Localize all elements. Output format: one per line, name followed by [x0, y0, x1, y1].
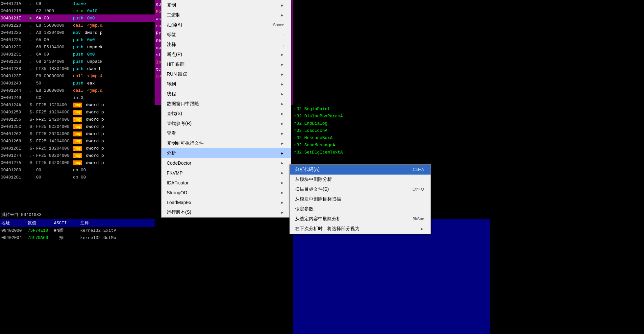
- menu-item-hit-trace[interactable]: HIT 跟踪 ►: [161, 60, 291, 69]
- chevron-icon: ►: [281, 161, 284, 165]
- chevron-icon: ►: [281, 82, 284, 86]
- chevron-icon: ►: [281, 102, 284, 106]
- menu-item-assemble[interactable]: 汇编(A) Space: [161, 20, 291, 30]
- submenu-item-analyze-code[interactable]: 分析代码(A) Ctrl+A: [290, 165, 431, 175]
- disasm-panel: 0040121A . C9 leave 0040121B . C2 1000 r…: [0, 0, 155, 217]
- submenu-item-remove-module-target[interactable]: 从模块中删除目标扫描: [290, 194, 431, 204]
- disasm-row[interactable]: 0040122C . 68 F5104000 push unpack: [0, 43, 155, 51]
- chevron-icon: ►: [281, 112, 284, 116]
- disasm-row[interactable]: 00401231 . 6A 00 push 0x0: [0, 51, 155, 58]
- disasm-row[interactable]: 0040126E $- FF25 18204000 jmp dword p: [0, 145, 155, 152]
- disasm-row[interactable]: 00401262 $- FF25 20204000 jmp dword p: [0, 130, 155, 137]
- disasm-row[interactable]: 0040125C $- FF25 0C204000 jmp dword p: [0, 123, 155, 130]
- jump-status-bar: 跳转来自 00401083: [0, 210, 155, 219]
- chevron-icon: ►: [281, 62, 284, 66]
- mem-panel: 地址 数值 ASCII 注释 00402000 75F74E10 ■N鬸 ker…: [0, 219, 155, 334]
- chevron-icon: ►: [281, 151, 284, 155]
- mem-row[interactable]: 00402000 75F74E10 ■N鬸 kernel32.ExitP: [0, 227, 155, 234]
- menu-item-copy[interactable]: 复制 ►: [161, 0, 291, 10]
- menu-item-analyze[interactable]: 分析 ►: [161, 148, 291, 158]
- disasm-row[interactable]: 0040127A $- FF25 04204000 jmp dword p: [0, 159, 155, 166]
- menu-item-thread[interactable]: 线程 ►: [161, 89, 291, 99]
- disasm-row[interactable]: 0040121A . C9 leave: [0, 0, 155, 7]
- disasm-row[interactable]: 00401233 . 68 24304000 push unpack: [0, 58, 155, 65]
- chevron-icon: ►: [281, 13, 284, 17]
- chevron-icon: ►: [281, 201, 284, 204]
- submenu-item-scan-target[interactable]: 扫描目标文件(S) Ctrl+O: [290, 184, 431, 194]
- menu-item-strongod[interactable]: StrongOD ►: [161, 188, 291, 198]
- chevron-icon: ►: [281, 210, 284, 214]
- menu-item-loadmapex[interactable]: LoadMapEx ►: [161, 198, 291, 207]
- chevron-icon: ►: [281, 53, 284, 57]
- chevron-icon: ►: [420, 227, 424, 231]
- submenu-item-assume-params[interactable]: 假定参数: [290, 204, 431, 214]
- disasm-row[interactable]: 00401256 $- FF25 24204000 jmp dword p: [0, 116, 155, 123]
- disasm-row[interactable]: 0040122A . 6A 00 push 0x0: [0, 36, 155, 43]
- menu-item-view[interactable]: 查看 ►: [161, 129, 291, 138]
- chevron-icon: ►: [281, 181, 284, 185]
- jump-from-label: 跳转来自 00401083: [1, 212, 41, 218]
- disasm-row[interactable]: 00401225 . A3 18304000 mov dword p: [0, 29, 155, 36]
- context-menu: 复制 ► 二进制 ► 汇编(A) Space 标签 : 注释 ; 断点(P) ►…: [161, 0, 291, 218]
- submenu-item-treat-selection[interactable]: 在下次分析时，将选择部分视为 ►: [290, 224, 431, 234]
- disasm-row[interactable]: 0040124A $- FF25 1C20400 jmp dword p: [0, 101, 155, 108]
- menu-item-datawindow[interactable]: 数据窗口中跟随 ►: [161, 99, 291, 109]
- submenu-item-remove-module-analysis[interactable]: 从模块中删除分析: [290, 175, 431, 184]
- analyze-submenu: 分析代码(A) Ctrl+A 从模块中删除分析 扫描目标文件(S) Ctrl+O…: [289, 164, 431, 234]
- disasm-row[interactable]: 00401250 $- FF25 10204000 jmp dword p: [0, 108, 155, 116]
- menu-item-binary[interactable]: 二进制 ►: [161, 10, 291, 20]
- chevron-icon: ►: [281, 141, 284, 145]
- disasm-row[interactable]: 00401274 .- FF25 00204000 jmp dword p: [0, 152, 155, 159]
- disasm-row[interactable]: 00401238 . FF35 18304000 push dword: [0, 65, 155, 72]
- chevron-icon: ►: [281, 92, 284, 96]
- chevron-icon: ►: [281, 3, 284, 7]
- chevron-icon: ►: [281, 122, 284, 126]
- menu-item-fkvmp[interactable]: FKVMP ►: [161, 168, 291, 178]
- menu-item-comment[interactable]: 注释 ;: [161, 40, 291, 50]
- disasm-row[interactable]: 00401243 . 50 push eax: [0, 80, 155, 87]
- chevron-icon: ►: [281, 72, 284, 76]
- menu-item-search[interactable]: 查找(S) ►: [161, 109, 291, 119]
- menu-item-searchref[interactable]: 查找参考(R) ►: [161, 119, 291, 129]
- menu-item-breakpoint[interactable]: 断点(P) ►: [161, 50, 291, 60]
- disasm-row[interactable]: 0040123E . E8 0D000000 call <jmp.&: [0, 72, 155, 80]
- menu-item-label[interactable]: 标签 :: [161, 30, 291, 40]
- menu-item-runscript[interactable]: 运行脚本(S) ►: [161, 207, 291, 217]
- chevron-icon: ►: [281, 131, 284, 135]
- disasm-row-selected[interactable]: 0040121E ► 6A 00 push 0x0: [0, 14, 155, 22]
- menu-item-goto[interactable]: 转到 ►: [161, 79, 291, 89]
- chevron-icon: ►: [281, 171, 284, 175]
- mem-row[interactable]: 00402004 75F70A60 ` 鯝 kerne132.GetMo: [0, 234, 155, 241]
- submenu-item-remove-from-selection[interactable]: 从选定内容中删除分析 BkSpc: [290, 214, 431, 224]
- disasm-row[interactable]: 0040121B . C2 1000 retn 0x10: [0, 7, 155, 14]
- menu-item-run-trace[interactable]: RUN 跟踪 ►: [161, 69, 291, 79]
- disasm-row[interactable]: 00401281 00 db 00: [0, 174, 155, 181]
- menu-item-idaficator[interactable]: IDAFicator ►: [161, 178, 291, 188]
- disasm-row[interactable]: 00401268 $- FF25 14204000 jmp dword p: [0, 137, 155, 145]
- mem-header: 地址 数值 ASCII 注释: [0, 219, 155, 227]
- disasm-row[interactable]: 00401249 CC int3: [0, 94, 155, 101]
- bottom-right-panel: 0819FF34 004010F5 unpackme.004010F5: [293, 219, 490, 334]
- disasm-row[interactable]: 00401280 00 db 00: [0, 166, 155, 174]
- chevron-icon: ►: [281, 191, 284, 195]
- menu-item-copy-exec[interactable]: 复制到可执行文件 ►: [161, 138, 291, 148]
- disasm-row[interactable]: 00401220 . E8 55000000 call <jmp.&: [0, 22, 155, 29]
- disasm-row[interactable]: 00401244 . E8 2B000000 call <jmp.&: [0, 87, 155, 94]
- menu-item-codedoctor[interactable]: CodeDoctor ►: [161, 158, 291, 168]
